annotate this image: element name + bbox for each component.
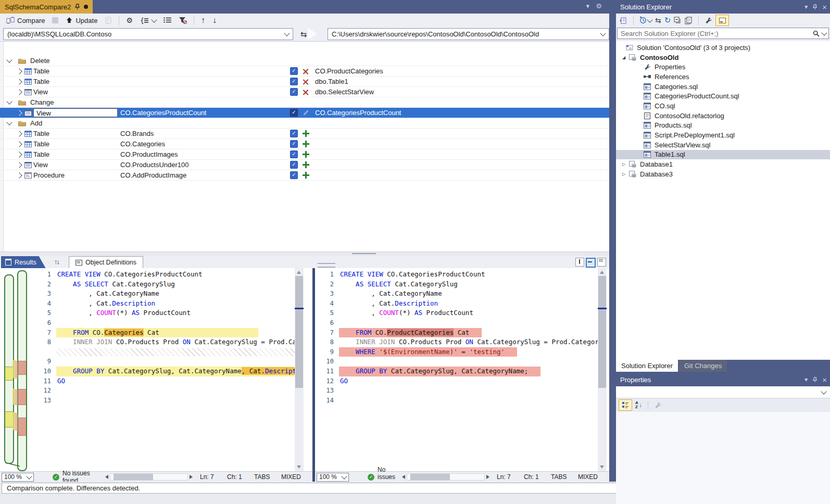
scroll-track[interactable] xyxy=(110,473,188,481)
row-expander[interactable] xyxy=(15,173,23,178)
switch-views-icon[interactable] xyxy=(619,17,627,24)
swap-source-target-button[interactable]: ⇆ xyxy=(293,27,328,41)
solution-explorer-titlebar[interactable]: Solution Explorer ▾ × xyxy=(616,0,830,14)
left-editor-scrollbar[interactable] xyxy=(295,268,304,471)
scrollbar-thumb[interactable] xyxy=(598,276,606,388)
tab-results[interactable]: Results xyxy=(1,256,46,268)
tree-item[interactable]: Script.PreDeployment1.sql xyxy=(616,130,830,140)
tab-list-chevron-icon[interactable]: ▾ xyxy=(586,2,589,10)
window-menu-icon[interactable]: ▾ xyxy=(804,376,808,383)
compare-row[interactable]: Table✓dbo.Table1 xyxy=(0,77,609,87)
pin-icon[interactable] xyxy=(812,4,818,10)
include-checkbox[interactable]: ✓ xyxy=(290,140,298,148)
tree-item[interactable]: ▷Database3 xyxy=(616,169,830,179)
compare-row[interactable]: TableCO.Categories✓ xyxy=(0,139,609,149)
compare-row[interactable]: ProcedureCO.AddProductImage✓ xyxy=(0,170,609,181)
scrollbar-thumb[interactable] xyxy=(114,474,153,480)
group-expander[interactable] xyxy=(5,101,14,104)
tab-object-definitions[interactable]: Object Definitions xyxy=(69,256,143,268)
scroll-left-icon[interactable] xyxy=(105,475,108,479)
compare-row[interactable]: ViewCO.ProductsUnder100✓ xyxy=(0,160,609,170)
include-checkbox[interactable]: ✓ xyxy=(290,109,298,117)
inline-diff-button[interactable] xyxy=(597,258,606,267)
row-expander[interactable] xyxy=(15,142,23,146)
next-difference-icon[interactable]: ↓ xyxy=(209,16,220,25)
scrollbar-thumb[interactable] xyxy=(410,474,450,480)
row-expander[interactable] xyxy=(15,163,23,167)
tree-item[interactable]: CO.sql xyxy=(616,101,830,111)
tab-solution-explorer[interactable]: Solution Explorer xyxy=(616,360,678,372)
compare-group-row[interactable]: Change xyxy=(0,97,609,108)
scroll-right-icon[interactable] xyxy=(190,475,193,479)
include-checkbox[interactable]: ✓ xyxy=(290,78,298,85)
search-icon[interactable] xyxy=(813,30,820,37)
collapsed-arrow-icon[interactable]: ▷ xyxy=(620,172,627,177)
pane-grip[interactable] xyxy=(318,263,335,268)
include-checkbox[interactable]: ✓ xyxy=(290,171,298,179)
tree-item[interactable]: Solution 'ContosoOld' (3 of 3 projects) xyxy=(616,43,830,53)
scroll-left-icon[interactable] xyxy=(402,475,405,479)
right-editor-scrollbar[interactable] xyxy=(598,268,607,471)
scroll-right-icon[interactable] xyxy=(486,475,489,479)
search-options-chevron-icon[interactable] xyxy=(821,30,827,35)
compare-group-row[interactable]: Delete xyxy=(0,56,609,66)
sync-with-active-document-icon[interactable]: ⇆ xyxy=(655,16,661,24)
include-checkbox[interactable]: ✓ xyxy=(290,150,298,158)
group-results-dropdown[interactable]: { xyxy=(137,16,159,25)
pending-changes-filter-icon[interactable] xyxy=(639,17,652,24)
close-icon[interactable]: × xyxy=(822,3,827,11)
zoom-dropdown[interactable]: 100 % xyxy=(2,473,34,482)
tree-item[interactable]: SelectStarView.sql xyxy=(616,140,830,150)
collapse-all-icon[interactable] xyxy=(674,17,682,24)
scroll-down-icon[interactable] xyxy=(600,465,604,469)
window-menu-icon[interactable]: ▾ xyxy=(804,3,808,10)
compare-row[interactable]: ViewCO.CategoriesProductCount✓CO.Categor… xyxy=(0,108,609,118)
options-gear-icon[interactable]: ⚙ xyxy=(123,16,136,25)
search-input[interactable] xyxy=(620,29,813,38)
tree-item[interactable]: ▷Database1 xyxy=(616,159,830,169)
compare-button[interactable]: Compare xyxy=(3,16,48,26)
tree-item[interactable]: Categories.sql xyxy=(616,82,830,92)
tree-item[interactable]: ContosoOld.refactorlog xyxy=(616,111,830,121)
vertical-split-button[interactable] xyxy=(575,258,584,267)
target-definition-editor[interactable]: 1CREATE VIEW CO.CategoriesProductCount2 … xyxy=(315,268,609,471)
horizontal-scrollbar[interactable] xyxy=(105,473,193,481)
horizontal-scrollbar[interactable] xyxy=(402,473,489,481)
filter-icon[interactable] xyxy=(175,16,190,25)
include-checkbox[interactable]: ✓ xyxy=(290,88,298,96)
row-expander[interactable] xyxy=(15,69,23,73)
categorized-view-button[interactable] xyxy=(619,399,632,411)
target-project-dropdown[interactable]: C:\Users\drskwier\source\repos\ContosoOl… xyxy=(328,28,609,40)
pin-icon[interactable] xyxy=(74,4,80,10)
previous-difference-icon[interactable]: ↑ xyxy=(198,16,208,25)
tree-item[interactable]: Table1.sql xyxy=(616,150,830,160)
tree-item[interactable]: Products.sql xyxy=(616,121,830,131)
horizontal-split-button[interactable] xyxy=(586,258,596,268)
row-expander[interactable] xyxy=(15,132,23,136)
pin-icon[interactable] xyxy=(812,377,818,383)
include-checkbox[interactable]: ✓ xyxy=(290,67,298,75)
scroll-down-icon[interactable] xyxy=(297,465,301,469)
expanded-arrow-icon[interactable]: ◢ xyxy=(620,55,627,60)
zoom-dropdown[interactable]: 100 % xyxy=(317,473,349,482)
refresh-icon[interactable]: ↻ xyxy=(664,16,671,25)
tree-item[interactable]: ◢ContosoOld xyxy=(616,53,830,62)
dock-splitter[interactable] xyxy=(609,0,616,482)
show-all-files-wrench-icon[interactable] xyxy=(705,17,712,24)
compare-row[interactable]: Table✓CO.ProductCategories xyxy=(0,66,609,77)
document-tab-sqlschemacompare[interactable]: SqlSchemaCompare2 xyxy=(0,0,93,14)
close-icon[interactable]: × xyxy=(822,375,827,384)
compare-row[interactable]: TableCO.ProductImages✓ xyxy=(0,149,609,160)
group-expander[interactable] xyxy=(5,59,14,62)
properties-pages-icon[interactable] xyxy=(685,17,693,24)
row-expander[interactable] xyxy=(15,153,23,157)
row-expander[interactable] xyxy=(15,90,23,94)
scroll-track[interactable] xyxy=(407,473,485,481)
source-database-dropdown[interactable]: (localdb)\MSSQLLocalDB.Contoso xyxy=(3,28,293,40)
include-checkbox[interactable]: ✓ xyxy=(290,161,298,169)
scroll-up-icon[interactable] xyxy=(600,271,604,274)
tree-item[interactable]: References xyxy=(616,72,830,82)
include-checkbox[interactable]: ✓ xyxy=(290,130,298,137)
source-definition-editor[interactable]: 1CREATE VIEW CO.CategoriesProductCount2 … xyxy=(0,268,312,471)
compare-row[interactable]: View✓dbo.SelectStarView xyxy=(0,87,609,97)
